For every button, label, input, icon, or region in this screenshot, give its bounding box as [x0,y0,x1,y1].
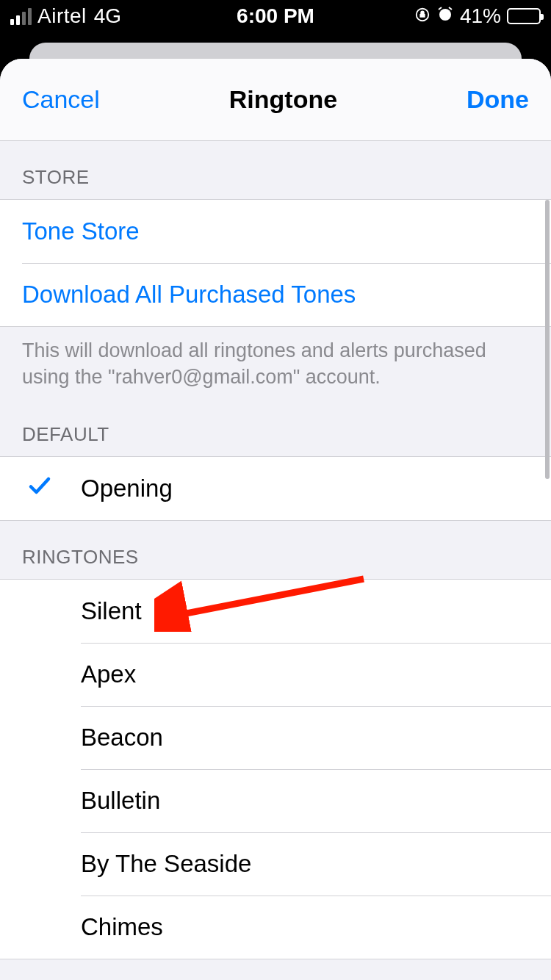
section-header-ringtones: RINGTONES [0,521,551,579]
status-bar: Airtel 4G 6:00 PM 41% [0,0,551,32]
download-all-row[interactable]: Download All Purchased Tones [0,263,551,326]
ringtone-row-beacon[interactable]: Beacon [0,706,551,769]
alarm-icon [436,4,454,28]
ringtone-sheet: Cancel Ringtone Done STORE Tone Store Do… [0,59,551,980]
battery-icon [507,8,541,24]
section-header-store: STORE [0,141,551,199]
tone-store-row[interactable]: Tone Store [0,200,551,263]
section-header-default: DEFAULT [0,398,551,456]
svg-point-1 [439,9,451,21]
status-left: Airtel 4G [10,4,121,28]
default-list: Opening [0,456,551,521]
network-label: 4G [94,4,121,28]
orientation-lock-icon [414,4,431,28]
ringtone-row-chimes[interactable]: Chimes [0,896,551,959]
ringtone-row-silent[interactable]: Silent [0,580,551,643]
download-footer: This will download all ringtones and ale… [0,327,551,398]
ringtone-row-bytheseaside[interactable]: By The Seaside [0,832,551,896]
ringtones-list: Silent Apex Beacon Bulletin By The Seasi… [0,579,551,959]
status-right: 41% [414,4,541,28]
default-ringtone-label: Opening [81,475,173,502]
signal-icon [10,8,32,25]
default-ringtone-row[interactable]: Opening [0,457,551,520]
carrier-label: Airtel [37,4,87,28]
nav-bar: Cancel Ringtone Done [0,59,551,141]
checkmark-icon [26,472,53,505]
store-list: Tone Store Download All Purchased Tones [0,199,551,327]
ringtone-row-apex[interactable]: Apex [0,643,551,706]
battery-percent: 41% [460,4,501,28]
page-title: Ringtone [229,85,337,114]
scrollbar[interactable] [545,200,550,479]
clock: 6:00 PM [237,4,314,28]
cancel-button[interactable]: Cancel [22,85,100,114]
done-button[interactable]: Done [467,85,529,114]
ringtone-row-bulletin[interactable]: Bulletin [0,769,551,832]
